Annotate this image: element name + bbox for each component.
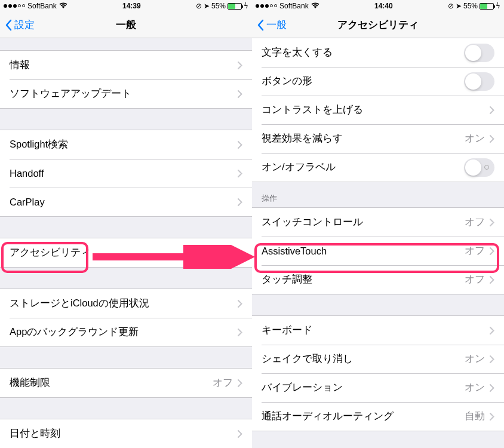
charging-icon: ϟ bbox=[496, 2, 500, 10]
charging-icon: ϟ bbox=[244, 2, 248, 10]
signal-icon bbox=[256, 4, 277, 8]
chevron-right-icon bbox=[238, 249, 242, 257]
row-onoff-labels[interactable]: オン/オフラベル bbox=[252, 153, 504, 182]
battery-percent: 55% bbox=[463, 2, 478, 10]
row-info[interactable]: 情報 bbox=[0, 51, 252, 79]
row-vibration[interactable]: バイブレーション オン bbox=[252, 373, 504, 402]
row-software-update[interactable]: ソフトウェアアップデート bbox=[0, 79, 252, 108]
section-header-interaction: 操作 bbox=[252, 182, 504, 207]
row-assistive-touch[interactable]: AssistiveTouch オフ bbox=[252, 237, 504, 265]
location-icon: ➤ bbox=[204, 2, 210, 10]
row-bg-refresh[interactable]: Appのバックグラウンド更新 bbox=[0, 318, 252, 346]
back-label: 設定 bbox=[14, 18, 35, 32]
left-screen: SoftBank 14:39 ⊘ ➤ 55% ϟ 設定 一般 情報 bbox=[0, 0, 252, 448]
row-value: オフ bbox=[465, 273, 485, 286]
row-button-shapes[interactable]: ボタンの形 bbox=[252, 67, 504, 96]
chevron-right-icon bbox=[490, 276, 494, 284]
row-increase-contrast[interactable]: コントラストを上げる bbox=[252, 96, 504, 124]
chevron-right-icon bbox=[490, 413, 494, 421]
battery-icon bbox=[228, 3, 242, 10]
row-keyboard[interactable]: キーボード bbox=[252, 316, 504, 345]
nav-bar: 設定 一般 bbox=[0, 12, 252, 38]
row-storage[interactable]: ストレージとiCloudの使用状況 bbox=[0, 289, 252, 318]
chevron-right-icon bbox=[238, 329, 242, 336]
back-button[interactable]: 一般 bbox=[252, 18, 287, 32]
row-datetime[interactable]: 日付と時刻 bbox=[0, 419, 252, 448]
row-label: CarPlay bbox=[10, 197, 238, 208]
row-label: ボタンの形 bbox=[262, 75, 464, 88]
row-restrictions[interactable]: 機能制限 オフ bbox=[0, 369, 252, 397]
chevron-right-icon bbox=[238, 170, 242, 177]
chevron-right-icon bbox=[490, 106, 494, 114]
status-time: 14:40 bbox=[374, 2, 393, 10]
location-icon: ➤ bbox=[456, 2, 462, 10]
row-label: オン/オフラベル bbox=[262, 161, 464, 174]
row-label: ソフトウェアアップデート bbox=[10, 87, 238, 100]
row-shake-undo[interactable]: シェイクで取り消し オン bbox=[252, 345, 504, 373]
row-spotlight[interactable]: Spotlight検索 bbox=[0, 130, 252, 159]
row-handoff[interactable]: Handoff bbox=[0, 159, 252, 188]
back-button[interactable]: 設定 bbox=[0, 18, 35, 32]
lock-icon: ⊘ bbox=[196, 2, 202, 10]
page-title: 一般 bbox=[0, 18, 252, 32]
chevron-right-icon bbox=[238, 198, 242, 206]
back-label: 一般 bbox=[266, 18, 287, 32]
row-touch-accom[interactable]: タッチ調整 オフ bbox=[252, 265, 504, 294]
chevron-right-icon bbox=[238, 379, 242, 387]
row-switch-control[interactable]: スイッチコントロール オフ bbox=[252, 208, 504, 237]
chevron-right-icon bbox=[238, 430, 242, 438]
chevron-right-icon bbox=[490, 247, 494, 255]
row-value: オン bbox=[465, 132, 485, 145]
row-label: スイッチコントロール bbox=[262, 216, 465, 229]
row-label: 情報 bbox=[10, 59, 238, 72]
row-label: コントラストを上げる bbox=[262, 103, 490, 116]
nav-bar: 一般 アクセシビリティ bbox=[252, 12, 504, 38]
signal-icon bbox=[4, 4, 25, 8]
battery-percent: 55% bbox=[211, 2, 226, 10]
status-bar: SoftBank 14:40 ⊘ ➤ 55% ϟ bbox=[252, 0, 504, 12]
lock-icon: ⊘ bbox=[448, 2, 454, 10]
row-label: タッチ調整 bbox=[262, 273, 465, 286]
row-carplay[interactable]: CarPlay bbox=[0, 188, 252, 216]
row-value: オン bbox=[465, 381, 485, 394]
row-value: オフ bbox=[465, 244, 485, 257]
row-label: キーボード bbox=[262, 324, 490, 337]
carrier-label: SoftBank bbox=[27, 2, 57, 10]
chevron-right-icon bbox=[490, 327, 494, 335]
row-label: Handoff bbox=[10, 168, 238, 179]
row-label: 通話オーディオルーティング bbox=[262, 410, 465, 423]
chevron-right-icon bbox=[490, 384, 494, 392]
toggle-button-shapes[interactable] bbox=[464, 72, 494, 91]
chevron-right-icon bbox=[238, 300, 242, 308]
wifi-icon bbox=[311, 2, 319, 10]
row-value: 自動 bbox=[465, 410, 485, 423]
row-label: ストレージとiCloudの使用状況 bbox=[10, 297, 238, 310]
toggle-onoff-labels[interactable] bbox=[464, 158, 494, 177]
row-label: 機能制限 bbox=[10, 376, 213, 389]
row-label: AssistiveTouch bbox=[262, 246, 465, 257]
row-label: バイブレーション bbox=[262, 381, 465, 394]
content-scroll[interactable]: 文字を太くする ボタンの形 コントラストを上げる 視差効果を減らす オン オン/… bbox=[252, 38, 504, 448]
chevron-right-icon bbox=[238, 62, 242, 69]
carrier-label: SoftBank bbox=[279, 2, 309, 10]
chevron-right-icon bbox=[238, 141, 242, 149]
chevron-right-icon bbox=[490, 219, 494, 226]
wifi-icon bbox=[59, 2, 67, 10]
row-bold-text[interactable]: 文字を太くする bbox=[252, 38, 504, 67]
row-accessibility[interactable]: アクセシビリティ bbox=[0, 238, 252, 267]
content-scroll[interactable]: 情報 ソフトウェアアップデート Spotlight検索 Handoff CarP… bbox=[0, 38, 252, 448]
page-title: アクセシビリティ bbox=[252, 18, 504, 32]
chevron-right-icon bbox=[238, 90, 242, 98]
row-label: 日付と時刻 bbox=[10, 427, 238, 440]
toggle-bold-text[interactable] bbox=[464, 44, 494, 62]
chevron-right-icon bbox=[490, 355, 494, 363]
row-reduce-motion[interactable]: 視差効果を減らす オン bbox=[252, 124, 504, 153]
row-call-audio[interactable]: 通話オーディオルーティング 自動 bbox=[252, 402, 504, 431]
chevron-right-icon bbox=[490, 135, 494, 143]
row-label: Appのバックグラウンド更新 bbox=[10, 326, 238, 339]
status-time: 14:39 bbox=[122, 2, 141, 10]
chevron-left-icon bbox=[5, 19, 12, 31]
row-value: オフ bbox=[213, 376, 233, 389]
row-label: シェイクで取り消し bbox=[262, 352, 465, 366]
battery-icon bbox=[480, 3, 494, 10]
